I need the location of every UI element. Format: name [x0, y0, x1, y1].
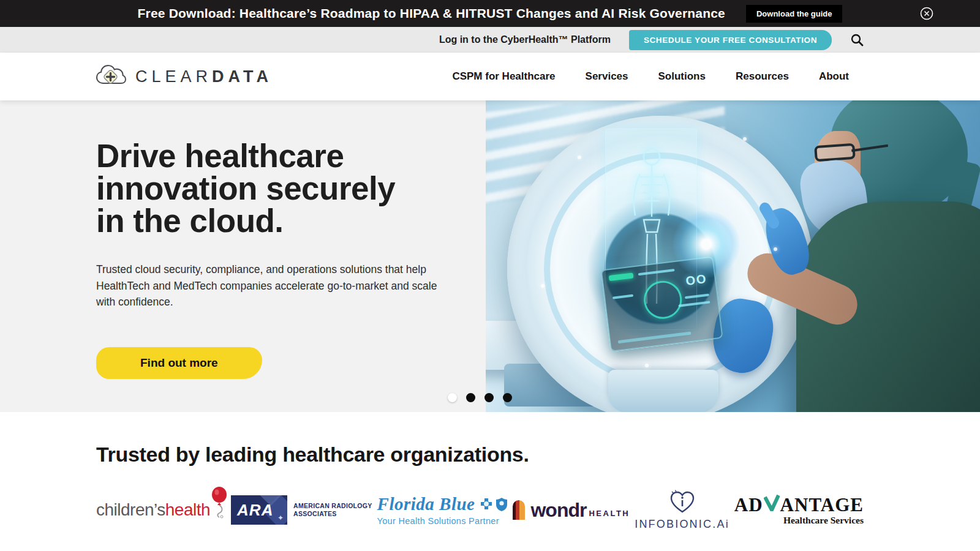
- advantage-pre: AD: [734, 494, 763, 516]
- particle: [645, 364, 649, 367]
- tablet-line: [638, 269, 675, 276]
- nav-item-about[interactable]: About: [819, 70, 849, 83]
- download-guide-button[interactable]: Download the guide: [746, 5, 843, 23]
- touch-glow: [673, 211, 740, 278]
- main-nav: CLEARDATA CSPM for Healthcare Services S…: [0, 53, 980, 100]
- carousel-dot-4[interactable]: [503, 393, 512, 402]
- tablet-status-pill: [609, 272, 634, 281]
- find-out-more-button[interactable]: Find out more: [96, 347, 262, 379]
- blue-shield-icon: [496, 497, 508, 512]
- tablet-gauge-ring: [642, 279, 684, 321]
- partner-logo-wondr-health: wondr HEALTH: [513, 499, 630, 522]
- florida-blue-tagline: Your Health Solutions Partner: [377, 516, 499, 526]
- hero-paragraph: Trusted cloud security, compliance, and …: [96, 261, 439, 310]
- hero-section: Drive healthcare innovation securely in …: [0, 100, 980, 412]
- scanner-pedestal: [608, 370, 718, 412]
- nav-menu: CSPM for Healthcare Services Solutions R…: [452, 70, 849, 83]
- ara-badge: ARA ✦: [231, 495, 287, 525]
- search-icon[interactable]: [850, 33, 864, 47]
- wondr-suffix: HEALTH: [589, 509, 630, 518]
- schedule-consultation-button[interactable]: SCHEDULE YOUR FREE CONSULTATION: [629, 30, 832, 50]
- banner-close-icon[interactable]: [920, 7, 933, 20]
- carousel-dots: [448, 393, 512, 402]
- partner-logo-infobionic: INFOBIONIC.Ai: [635, 490, 729, 531]
- bcbs-cross-shield-icons: [480, 497, 508, 512]
- ara-abbr: ARA: [237, 501, 273, 520]
- tablet-line: [685, 293, 709, 299]
- particle: [578, 156, 581, 159]
- brand-wordmark: CLEARDATA: [135, 67, 273, 86]
- partner-logo-advantage: AD ANTAGE Healthcare Services: [734, 494, 864, 526]
- ara-name: AMERICAN RADIOLOGY ASSOCIATES: [293, 502, 372, 518]
- brand-data: DATA: [212, 67, 273, 86]
- advantage-wordmark: AD ANTAGE: [734, 494, 864, 516]
- tablet-line: [612, 294, 633, 299]
- check-v-icon: [764, 494, 780, 516]
- partner-logo-ara: ARA ✦ AMERICAN RADIOLOGY ASSOCIATES: [231, 495, 372, 525]
- particle: [774, 247, 777, 251]
- particle: [541, 284, 545, 288]
- advantage-tagline: Healthcare Services: [783, 515, 864, 526]
- carousel-dot-1[interactable]: [448, 393, 457, 402]
- partner-logo-florida-blue: Florida Blue Your Health Solutions Partn…: [377, 494, 508, 526]
- hero-image-ct-scanner: OO: [486, 100, 980, 412]
- hero-heading: Drive healthcare innovation securely in …: [96, 140, 464, 237]
- nav-item-resources[interactable]: Resources: [736, 70, 789, 83]
- nav-item-cspm[interactable]: CSPM for Healthcare: [452, 70, 555, 83]
- balloon-icon: [209, 487, 230, 521]
- partner-logo-row: children’shealth ARA ✦ AMERICAN RADIOLO: [96, 485, 864, 534]
- carousel-dot-3[interactable]: [484, 393, 494, 402]
- login-link[interactable]: Log in to the CyberHealth™ Platform: [439, 34, 611, 45]
- star-icon: ✦: [277, 514, 284, 522]
- childrens-health-red-text: health: [165, 500, 210, 520]
- utility-bar: Log in to the CyberHealth™ Platform SCHE…: [0, 27, 980, 53]
- particle: [743, 137, 747, 141]
- trusted-section: Trusted by leading healthcare organizati…: [0, 412, 980, 551]
- cleardata-logo[interactable]: CLEARDATA: [95, 63, 273, 90]
- promo-banner-text: Free Download: Healthcare’s Roadmap to H…: [138, 6, 725, 21]
- ara-name-line1: AMERICAN RADIOLOGY: [293, 502, 372, 510]
- glasses: [814, 143, 856, 162]
- ara-name-line2: ASSOCIATES: [293, 510, 372, 518]
- hero-copy: Drive healthcare innovation securely in …: [96, 140, 464, 379]
- trusted-heading: Trusted by leading healthcare organizati…: [96, 443, 529, 467]
- promo-banner: Free Download: Healthcare’s Roadmap to H…: [0, 0, 980, 27]
- infobionic-name: INFOBIONIC.Ai: [635, 518, 729, 531]
- childrens-health-gray-text: children’s: [96, 500, 165, 520]
- clinician-figure: [766, 100, 980, 412]
- carousel-dot-2[interactable]: [466, 393, 475, 402]
- partner-logo-childrens-health: children’shealth: [96, 500, 226, 520]
- florida-blue-name: Florida Blue: [377, 494, 475, 514]
- blue-cross-icon: [480, 497, 493, 512]
- tablet-progress-bar: [618, 332, 692, 344]
- advantage-post: ANTAGE: [780, 494, 864, 516]
- tablet-line: [678, 301, 710, 307]
- cloud-plus-icon: [95, 63, 127, 90]
- nav-item-solutions[interactable]: Solutions: [658, 70, 706, 83]
- wondr-arch-icon: [513, 500, 525, 520]
- brand-clear: CLEAR: [135, 67, 212, 86]
- nav-item-services[interactable]: Services: [586, 70, 628, 83]
- heart-icon: [669, 490, 696, 517]
- wondr-name: wondr: [530, 499, 586, 522]
